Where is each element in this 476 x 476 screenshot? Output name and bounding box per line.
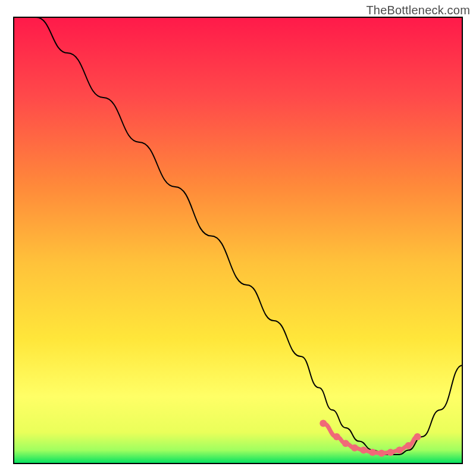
svg-point-10	[414, 433, 421, 440]
watermark-text: TheBottleneck.com	[366, 4, 470, 17]
svg-point-9	[405, 442, 412, 449]
svg-point-6	[378, 450, 385, 457]
svg-point-1	[333, 433, 340, 440]
svg-point-3	[351, 444, 358, 452]
svg-point-2	[342, 440, 349, 447]
svg-point-0	[320, 420, 327, 427]
gradient-bg	[14, 17, 462, 464]
svg-point-7	[387, 449, 394, 456]
chart-svg	[13, 17, 463, 464]
svg-point-8	[396, 447, 403, 454]
svg-point-4	[360, 447, 367, 454]
svg-point-5	[369, 449, 376, 456]
chart-container	[13, 17, 463, 464]
